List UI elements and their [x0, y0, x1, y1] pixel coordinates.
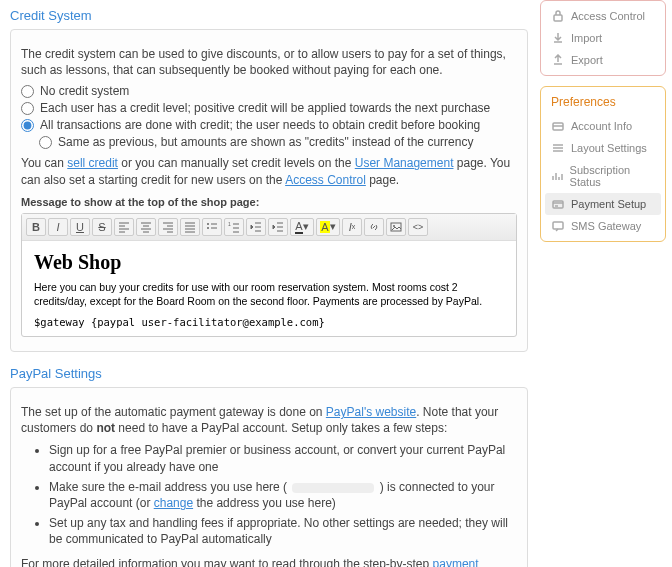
clear-format-button[interactable]: Ix	[342, 218, 362, 236]
svg-point-0	[207, 223, 209, 225]
align-center-button[interactable]	[136, 218, 156, 236]
credit-opt-all-label: All transactions are done with credit; t…	[40, 118, 480, 132]
text: need to have a PayPal account. Setup onl…	[115, 421, 447, 435]
svg-rect-7	[553, 201, 563, 208]
strike-button[interactable]: S	[92, 218, 112, 236]
underline-button[interactable]: U	[70, 218, 90, 236]
sidebar-item-import[interactable]: Import	[545, 27, 661, 49]
credit-opt-all[interactable]	[21, 119, 34, 132]
not-bold: not	[96, 421, 115, 435]
sidebar-item-label: Import	[571, 32, 602, 44]
sidebar-item-subscription[interactable]: Subscription Status	[545, 159, 661, 193]
step-3: Set up any tax and handling fees if appr…	[49, 515, 517, 547]
credit-system-panel: The credit system can be used to give di…	[10, 29, 528, 352]
editor-content[interactable]: Web Shop Here you can buy your credits f…	[22, 241, 516, 336]
step-1: Sign up for a free PayPal premier or bus…	[49, 442, 517, 474]
credit-opt-level[interactable]	[21, 102, 34, 115]
credit-intro: The credit system can be used to give di…	[21, 46, 517, 78]
align-left-button[interactable]	[114, 218, 134, 236]
sidebar-item-sms[interactable]: SMS Gateway	[545, 215, 661, 237]
layout-icon	[551, 142, 565, 154]
redacted-email	[292, 483, 374, 493]
sidebar-item-payment[interactable]: Payment Setup	[545, 193, 661, 215]
sidebar-item-label: Export	[571, 54, 603, 66]
access-control-link[interactable]: Access Control	[285, 173, 366, 187]
paypal-website-link[interactable]: PayPal's website	[326, 405, 416, 419]
image-button[interactable]	[386, 218, 406, 236]
svg-point-1	[207, 227, 209, 229]
chart-icon	[551, 170, 564, 182]
bg-color-button[interactable]: A▾	[316, 218, 340, 236]
text: The set up of the automatic payment gate…	[21, 405, 326, 419]
sidebar-item-label: Layout Settings	[571, 142, 647, 154]
sell-credit-link[interactable]: sell credit	[67, 156, 118, 170]
credit-opt-credits-unit[interactable]	[39, 136, 52, 149]
editor-gateway: $gateway {paypal user-facilitator@exampl…	[34, 316, 504, 328]
link-button[interactable]	[364, 218, 384, 236]
message-label: Message to show at the top of the shop p…	[21, 196, 517, 211]
sidebar-item-layout[interactable]: Layout Settings	[545, 137, 661, 159]
outdent-button[interactable]	[246, 218, 266, 236]
sidebar-item-export[interactable]: Export	[545, 49, 661, 71]
text: For more detailed information you may wa…	[21, 557, 433, 567]
text: or you can manually set credit levels on…	[118, 156, 355, 170]
paypal-intro: The set up of the automatic payment gate…	[21, 404, 517, 436]
editor-heading: Web Shop	[34, 251, 504, 274]
preferences-box: Preferences Account Info Layout Settings…	[540, 86, 666, 242]
sidebar-item-access-control[interactable]: Access Control	[545, 5, 661, 27]
credit-opt-credits-unit-label: Same as previous, but amounts are shown …	[58, 135, 473, 149]
text: You can	[21, 156, 67, 170]
indent-button[interactable]	[268, 218, 288, 236]
align-right-button[interactable]	[158, 218, 178, 236]
sidebar-item-label: Account Info	[571, 120, 632, 132]
list-ol-button[interactable]: 1	[224, 218, 244, 236]
preferences-title: Preferences	[545, 91, 661, 115]
editor-desc: Here you can buy your credits for use wi…	[34, 280, 504, 308]
text: Make sure the e-mail address you use her…	[49, 480, 290, 494]
credit-help: You can sell credit or you can manually …	[21, 155, 517, 187]
list-ul-button[interactable]	[202, 218, 222, 236]
paypal-panel: The set up of the automatic payment gate…	[10, 387, 528, 567]
change-email-link[interactable]: change	[154, 496, 193, 510]
lock-icon	[551, 10, 565, 22]
sidebar-item-label: SMS Gateway	[571, 220, 641, 232]
sidebar-item-label: Payment Setup	[571, 198, 646, 210]
text: the address you use here)	[193, 496, 336, 510]
card-icon	[551, 120, 565, 132]
editor-toolbar: B I U S 1 A▾ A▾ Ix <>	[22, 214, 516, 241]
align-justify-button[interactable]	[180, 218, 200, 236]
sidebar-item-label: Access Control	[571, 10, 645, 22]
svg-rect-8	[553, 222, 563, 229]
step-2: Make sure the e-mail address you use her…	[49, 479, 517, 511]
setup-steps: Sign up for a free PayPal premier or bus…	[21, 442, 517, 547]
italic-button[interactable]: I	[48, 218, 68, 236]
credit-system-title: Credit System	[10, 8, 528, 23]
rich-text-editor: B I U S 1 A▾ A▾ Ix <>	[21, 213, 517, 337]
svg-text:1: 1	[228, 221, 231, 227]
sidebar-item-label: Subscription Status	[570, 164, 655, 188]
font-color-button[interactable]: A▾	[290, 218, 314, 236]
more-info: For more detailed information you may wa…	[21, 556, 517, 567]
import-icon	[551, 32, 565, 44]
credit-opt-level-label: Each user has a credit level; positive c…	[40, 101, 490, 115]
sms-icon	[551, 220, 565, 232]
paypal-settings-title: PayPal Settings	[10, 366, 528, 381]
sidebar-item-account[interactable]: Account Info	[545, 115, 661, 137]
svg-rect-5	[554, 15, 562, 21]
source-button[interactable]: <>	[408, 218, 428, 236]
payment-icon	[551, 198, 565, 210]
bold-button[interactable]: B	[26, 218, 46, 236]
credit-opt-none[interactable]	[21, 85, 34, 98]
user-management-link[interactable]: User Management	[355, 156, 454, 170]
admin-box: Access Control Import Export	[540, 0, 666, 76]
credit-opt-none-label: No credit system	[40, 84, 129, 98]
text: page.	[366, 173, 399, 187]
export-icon	[551, 54, 565, 66]
